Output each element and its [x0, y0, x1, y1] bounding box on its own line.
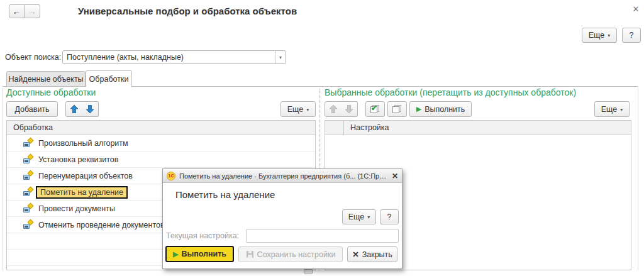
play-icon: ▶ [173, 250, 178, 258]
processor-icon [23, 220, 33, 229]
1c-logo-icon: 1С [167, 172, 175, 180]
uncheck-all-icon [392, 105, 402, 114]
window-close-icon[interactable]: ✕ [630, 4, 641, 16]
page-title: Универсальные подбор и обработка объекто… [78, 6, 297, 16]
available-processors-title: Доступные обработки [6, 87, 96, 97]
back-arrow-icon: ← [13, 6, 21, 16]
right-more-label: Еще [601, 105, 617, 114]
selected-processors-title: Выбранные обработки (перетащить из досту… [325, 87, 576, 97]
right-frame-line [638, 88, 638, 270]
dialog-titlebar[interactable]: 1С Пометить на удаление - Бухгалтерия пр… [163, 169, 402, 183]
processor-row-label: Провести документы [38, 204, 115, 213]
top-more-button[interactable]: Еще ▾ [582, 28, 617, 43]
processors-column-header-label: Обработка [13, 123, 53, 132]
processor-row-label: Пометить на удаление [36, 186, 128, 199]
mark-deletion-dialog: 1С Пометить на удаление - Бухгалтерия пр… [162, 168, 402, 269]
dialog-execute-button[interactable]: ▶ Выполнить [165, 246, 234, 262]
arrow-down-icon [86, 105, 94, 113]
floppy-disk-icon [246, 250, 254, 258]
move-down-button[interactable] [82, 101, 99, 117]
chevron-down-icon: ▾ [279, 55, 282, 60]
top-help-button[interactable]: ? [622, 28, 641, 43]
uncheck-all-button[interactable] [387, 101, 407, 117]
dialog-execute-label: Выполнить [181, 250, 226, 258]
add-button-label: Добавить [14, 105, 49, 114]
processor-icon [23, 138, 33, 148]
dialog-close-label: Закрыть [362, 250, 392, 259]
nav-back-button[interactable]: ← [9, 4, 25, 18]
dialog-heading: Пометить на удаление [175, 189, 275, 200]
dialog-close-icon[interactable]: ✕ [392, 172, 398, 180]
selected-move-down-button[interactable] [341, 101, 358, 117]
current-setting-input[interactable] [246, 229, 399, 243]
current-setting-label: Текущая настройка: [166, 231, 239, 240]
processor-row[interactable]: Произвольный алгоритм [7, 135, 315, 152]
tab-found-objects[interactable]: Найденные объекты [6, 71, 86, 87]
chevron-down-icon: ▾ [367, 214, 370, 220]
processor-row-label: Перенумерация объектов [38, 172, 133, 180]
move-up-button[interactable] [65, 101, 82, 117]
top-more-label: Еще [589, 31, 604, 40]
check-all-icon: ✔ [370, 105, 380, 114]
dialog-titlebar-text: Пометить на удаление - Бухгалтерия предп… [179, 172, 388, 180]
dialog-help-button[interactable]: ? [380, 209, 399, 224]
tab-found-objects-label: Найденные объекты [8, 75, 83, 84]
execute-button[interactable]: ▶ Выполнить [409, 101, 472, 117]
combobox-dropdown-button[interactable]: ▾ [275, 51, 286, 63]
settings-column-header: Настройка [325, 120, 631, 135]
app-window: ← → Универсальные подбор и обработка объ… [0, 0, 644, 276]
help-label: ? [630, 31, 634, 40]
arrow-up-icon [330, 105, 337, 113]
processor-row-label: Произвольный алгоритм [38, 139, 128, 148]
dialog-help-label: ? [387, 213, 392, 221]
left-frame-line [2, 88, 3, 270]
nav-forward-button[interactable]: → [25, 4, 40, 18]
processor-icon [23, 171, 33, 180]
arrow-up-icon [70, 105, 78, 113]
arrow-down-icon [345, 105, 353, 113]
processor-row-label: Отменить проведение документов [38, 221, 165, 229]
selector-column [325, 121, 344, 135]
add-button[interactable]: Добавить [6, 101, 58, 117]
splitter-grip[interactable] [304, 269, 313, 273]
forward-arrow-icon: → [28, 6, 36, 16]
chevron-down-icon: ▾ [620, 107, 623, 113]
processors-column-header: Обработка [6, 120, 316, 135]
processor-icon [23, 155, 33, 164]
right-more-button[interactable]: Еще ▾ [594, 101, 630, 117]
dialog-close-button[interactable]: ✕ Закрыть [347, 246, 397, 262]
processor-row-label: Установка реквизитов [38, 155, 118, 164]
chevron-down-icon: ▾ [608, 33, 610, 38]
dialog-more-label: Еще [348, 213, 364, 221]
dialog-more-button[interactable]: Еще ▾ [342, 209, 376, 224]
tab-processors[interactable]: Обработки [86, 70, 132, 87]
play-icon: ▶ [416, 105, 421, 113]
save-settings-label: Сохранить настройки [257, 250, 336, 259]
search-object-label: Объект поиска: [5, 53, 61, 62]
search-object-value: Поступление (акты, накладные) [63, 51, 275, 63]
left-more-label: Еще [287, 105, 303, 114]
check-all-button[interactable]: ✔ [365, 101, 385, 117]
settings-column-header-label: Настройка [350, 123, 389, 132]
save-settings-button[interactable]: Сохранить настройки [238, 246, 343, 262]
processor-icon [23, 187, 33, 197]
search-object-combobox[interactable]: Поступление (акты, накладные) ▾ [62, 50, 286, 64]
tab-processors-label: Обработки [89, 75, 129, 84]
left-more-button[interactable]: Еще ▾ [280, 101, 316, 117]
processor-row[interactable]: Установка реквизитов [7, 152, 315, 168]
processor-icon [23, 204, 33, 213]
close-x-icon: ✕ [352, 250, 358, 259]
chevron-down-icon: ▾ [306, 107, 309, 113]
selected-move-up-button[interactable] [325, 101, 341, 117]
execute-button-label: Выполнить [425, 105, 465, 114]
